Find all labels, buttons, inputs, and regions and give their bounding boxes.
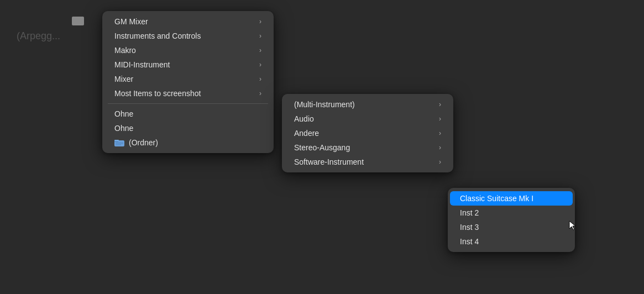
menu-item-software-instrument[interactable]: Software-Instrument › [284,155,451,169]
menu-item-midi-instrument[interactable]: MIDI-Instrument › [104,57,271,72]
menu-item-instruments-controls-label: Instruments and Controls [114,32,201,40]
menu-item-makro-label: Makro [114,46,136,55]
menu-item-ohne-1-label: Ohne [114,109,133,118]
folder-icon [114,139,124,146]
menu-item-inst-4[interactable]: Inst 4 [450,234,573,249]
menu-item-ohne-2[interactable]: Ohne [104,121,271,135]
chevron-icon: › [439,101,441,108]
context-menu-1: GM Mixer › Instruments and Controls › Ma… [102,11,274,153]
menu-item-ohne-2-label: Ohne [114,124,133,133]
menu-item-instruments-controls[interactable]: Instruments and Controls › [104,29,271,43]
menu-item-inst-4-label: Inst 4 [460,237,479,246]
menu-item-audio[interactable]: Audio › [284,112,451,126]
menu-item-stereo-ausgang-label: Stereo-Ausgang [294,143,350,152]
menu-item-ordner[interactable]: (Ordner) [104,135,271,150]
chevron-icon: › [439,144,441,151]
context-menu-2: (Multi-Instrument) › Audio › Andere › St… [282,94,453,172]
menu-item-inst-3[interactable]: Inst 3 [450,220,573,234]
menu-item-mixer-label: Mixer [114,75,133,83]
chevron-icon: › [259,75,261,83]
svg-rect-2 [114,140,119,141]
menu-item-classic-suitcase[interactable]: Classic Suitcase Mk I [450,191,573,206]
menu-item-andere[interactable]: Andere › [284,126,451,140]
chevron-icon: › [259,32,261,40]
chevron-icon: › [259,90,261,97]
chevron-icon: › [439,115,441,123]
menu-item-stereo-ausgang[interactable]: Stereo-Ausgang › [284,140,451,155]
menu-item-most-items[interactable]: Most Items to screenshot › [104,86,271,101]
menu-item-multi-instrument[interactable]: (Multi-Instrument) › [284,97,451,112]
menu-item-inst-2-label: Inst 2 [460,208,479,217]
chevron-icon: › [259,18,261,25]
menu-item-gm-mixer-label: GM Mixer [114,17,148,26]
chevron-icon: › [439,129,441,137]
context-menu-3: Classic Suitcase Mk I Inst 2 Inst 3 Inst… [448,188,575,252]
chevron-icon: › [259,46,261,54]
menu-item-ordner-label: (Ordner) [129,138,158,147]
menu-item-multi-instrument-label: (Multi-Instrument) [294,100,355,109]
menu-item-makro[interactable]: Makro › [104,43,271,57]
menu-item-gm-mixer[interactable]: GM Mixer › [104,14,271,29]
menu-item-most-items-label: Most Items to screenshot [114,89,201,98]
menu-item-inst-3-label: Inst 3 [460,223,479,232]
menu-item-audio-label: Audio [294,114,314,123]
background-label: (Arpegg... [17,30,60,42]
chevron-icon: › [439,158,441,166]
menu-item-inst-2[interactable]: Inst 2 [450,206,573,220]
menu-item-ohne-1[interactable]: Ohne [104,107,271,121]
menu-separator [108,103,268,104]
toolbar-icon [72,17,84,25]
menu-item-classic-suitcase-label: Classic Suitcase Mk I [460,194,533,203]
menu-item-mixer[interactable]: Mixer › [104,72,271,86]
chevron-icon: › [259,61,261,69]
menu-item-software-instrument-label: Software-Instrument [294,158,364,166]
menu-item-midi-instrument-label: MIDI-Instrument [114,60,170,69]
menu-item-andere-label: Andere [294,129,319,138]
